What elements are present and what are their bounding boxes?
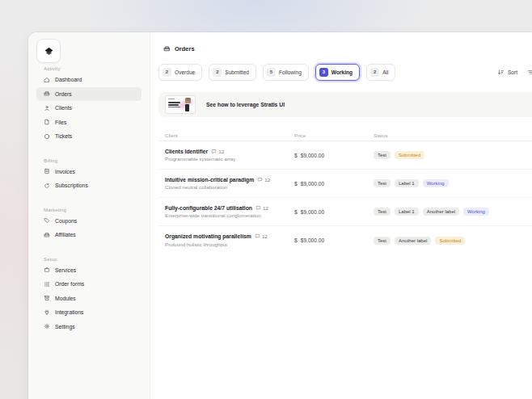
sidebar-section-items: Dashboard Orders Clients [36, 73, 141, 144]
orders-table: Client Price Status Clients Identifier 1… [158, 130, 532, 254]
price-cell: $ $9,000.00 [294, 181, 374, 187]
home-icon [44, 77, 50, 83]
sidebar-section-items: Services Order forms Modules [36, 263, 141, 334]
circle-icon [44, 133, 50, 140]
sidebar-item-label: Invoices [55, 169, 75, 174]
status-cell: Test Another label Submitted [374, 237, 532, 245]
sidebar-item-label: Settings [55, 324, 75, 330]
column-header-client: Client [158, 132, 294, 138]
tab-count-badge: 2 [370, 68, 379, 77]
column-header-status: Status [374, 132, 532, 138]
toolbar-right: Sort [497, 69, 532, 76]
filter-tab[interactable]: 2 All [366, 64, 395, 81]
sidebar-item[interactable]: Integrations [36, 305, 141, 320]
sidebar-item[interactable]: Dashboard [36, 73, 141, 87]
thumb-phone [185, 104, 189, 111]
sidebar-sections: Activity Dashboard Orders [36, 65, 141, 334]
thumb-navbar [168, 99, 175, 99]
sidebar-item[interactable]: Orders [36, 87, 141, 102]
sidebar-item[interactable]: Tickets [36, 129, 141, 144]
tab-label: Working [331, 69, 353, 75]
order-subtitle: Profound holistic throughput [165, 242, 294, 247]
client-cell: Clients Identifier 12 Programmable syste… [158, 149, 294, 162]
thumb-avatar [185, 98, 191, 103]
sidebar-item[interactable]: Subscriptions [36, 178, 141, 193]
tab-label: All [382, 69, 388, 75]
status-badge: Working [423, 179, 449, 187]
sidebar-item[interactable]: Files [36, 116, 141, 130]
sidebar-section-items: Invoices Subscriptions [36, 165, 141, 193]
sidebar-item-label: Modules [55, 296, 76, 301]
filter-button[interactable] [527, 69, 532, 76]
table-row[interactable]: Clients Identifier 12 Programmable syste… [158, 141, 532, 170]
order-subtitle: Enterprise-wide transitional conglomerat… [165, 212, 294, 218]
tag-icon [44, 217, 50, 224]
status-badges: Test Label 1 Working [374, 179, 532, 187]
promo-banner-text: See how to leverage Stratis UI [206, 102, 285, 107]
orders-icon [163, 45, 171, 52]
price-cell: $ $9,000.00 [294, 209, 374, 215]
status-badge: Submitted [435, 237, 465, 245]
promo-banner[interactable]: See how to leverage Stratis UI [158, 92, 532, 117]
sidebar-item-label: Tickets [55, 133, 72, 139]
status-badge: Test [374, 237, 391, 245]
dollar-icon: $ [294, 209, 298, 215]
app-window: Activity Dashboard Orders [28, 32, 532, 399]
printer-icon [44, 90, 50, 97]
tab-count-badge: 3 [319, 68, 328, 77]
sidebar-item[interactable]: Services [36, 263, 141, 278]
sidebar-section-label: Billing [36, 157, 141, 165]
filter-tab[interactable]: 2 Overdue [158, 64, 202, 81]
filter-icon [527, 69, 532, 76]
sidebar-item[interactable]: Coupons [36, 214, 141, 229]
filter-tab[interactable]: 3 Working [315, 64, 360, 81]
sidebar-item[interactable]: Clients [36, 101, 141, 116]
thumb-text-line [168, 104, 179, 106]
status-cell: Test Submitted [374, 151, 532, 159]
printer-icon [44, 232, 50, 238]
table-row[interactable]: Organized motivating parallelism 12 Prof… [158, 226, 532, 254]
column-header-price: Price [294, 132, 374, 138]
sidebar-item[interactable]: Settings [36, 320, 141, 334]
sidebar-item-label: Affiliates [55, 232, 76, 237]
tab-count-badge: 5 [267, 68, 276, 77]
sidebar-item-label: Order forms [55, 281, 84, 287]
app-logo-button[interactable] [36, 39, 61, 63]
sidebar-section: Activity Dashboard Orders [36, 65, 141, 144]
sort-icon [497, 69, 505, 76]
sidebar-section: Marketing Coupons Affiliates [36, 206, 141, 242]
sidebar-item-label: Integrations [55, 309, 84, 315]
table-header: Client Price Status [158, 130, 532, 141]
status-badge: Test [374, 151, 391, 159]
sidebar-item[interactable]: Invoices [36, 165, 141, 179]
order-subtitle: Programmable systematic array [165, 156, 294, 162]
user-icon [44, 105, 50, 111]
sidebar-section-label: Setup [36, 255, 141, 263]
comment-count: 12 [264, 177, 270, 183]
comment-icon [211, 149, 217, 154]
status-badge: Test [374, 208, 391, 216]
comment-indicator: 12 [255, 205, 268, 211]
price-value: $9,000.00 [301, 153, 324, 158]
sidebar-item[interactable]: Order forms [36, 277, 141, 292]
sidebar-section: Setup Services Order forms [36, 255, 141, 334]
file-icon [44, 119, 50, 125]
filter-tab[interactable]: 2 Submitted [209, 64, 256, 81]
sidebar-item-label: Clients [55, 105, 72, 111]
comment-count: 12 [263, 205, 268, 211]
sidebar-item[interactable]: Affiliates [36, 228, 141, 242]
price-value: $9,000.00 [301, 181, 324, 187]
status-badge: Submitted [395, 151, 424, 159]
main-content: Orders 2 Overdue 2 Submitted 5 [150, 32, 532, 399]
tab-count-badge: 2 [163, 68, 171, 77]
sidebar-item[interactable]: Modules [36, 292, 141, 306]
sidebar-section-label: Marketing [36, 206, 141, 214]
table-row[interactable]: Fully-configurable 24/7 utilisation 12 E… [158, 198, 532, 226]
table-row[interactable]: Intuitive mission-critical paradigm 12 C… [158, 170, 532, 198]
sidebar: Activity Dashboard Orders [28, 32, 150, 399]
thumb-text-line [168, 102, 180, 103]
order-title: Clients Identifier [165, 149, 208, 154]
sort-button[interactable]: Sort [497, 69, 517, 76]
client-cell: Intuitive mission-critical paradigm 12 C… [158, 177, 294, 191]
filter-tab[interactable]: 5 Following [263, 64, 309, 81]
